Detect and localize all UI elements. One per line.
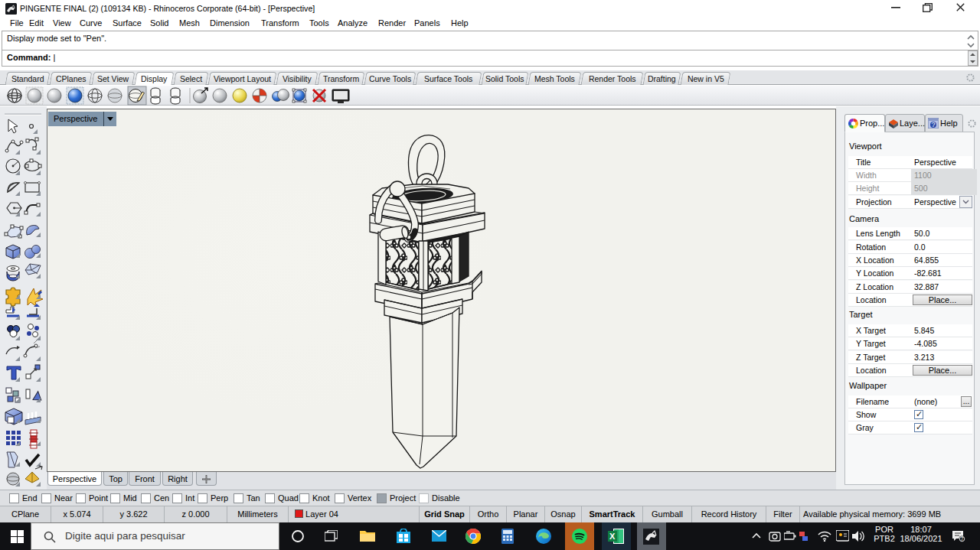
svg-text:?: ?: [932, 121, 936, 129]
svg-text:X: X: [609, 532, 616, 541]
svg-text:7: 7: [961, 536, 964, 542]
